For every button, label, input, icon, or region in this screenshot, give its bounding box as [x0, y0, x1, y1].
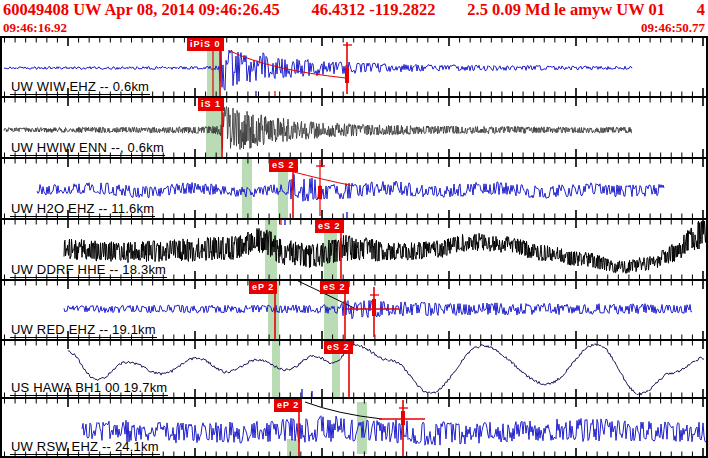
event-id-datetime: 60049408 UW Apr 08, 2014 09:46:26.45 — [3, 0, 280, 20]
phase-pick-label[interactable]: eS 2 — [315, 220, 344, 233]
event-trace-count: 4 — [697, 0, 705, 20]
trace-panel-red-ehz: eP 2eS 2UW RED EHZ -- 19.1km — [2, 281, 706, 339]
phase-pick-label[interactable]: eS 2 — [320, 281, 349, 294]
station-label-h2o-ehz: UW H2O EHZ -- 11.6km — [10, 202, 155, 217]
station-label-hwiw-enn: UW HWIW ENN --, 0.6km — [10, 141, 165, 156]
phase-pick-label[interactable]: iS 1 — [198, 98, 224, 111]
window-end-time: 09:46:50.77 — [641, 20, 705, 35]
window-start-time: 09:46:16.92 — [3, 20, 67, 35]
trace-panel-hwiw-enn: iS 1UW HWIW ENN --, 0.6km — [2, 98, 706, 157]
phase-pick-label[interactable]: eP 2 — [249, 281, 277, 294]
station-label-ddrf-hhe: UW DDRF HHE -- 18.3km — [10, 263, 167, 278]
station-label-rsw-ehz: UW RSW EHZ -- 24.1km — [10, 440, 160, 455]
station-label-wiw-ehz: UW WIW EHZ -- 0.6km — [10, 80, 150, 95]
trace-panel-hawa-bh1: eS 2US HAWA BH1 00 19.7km — [2, 341, 706, 397]
event-title-row: 60049408 UW Apr 08, 2014 09:46:26.45 46.… — [0, 0, 708, 20]
phase-pick-label[interactable]: eS 2 — [269, 159, 298, 172]
event-header: 60049408 UW Apr 08, 2014 09:46:26.45 46.… — [0, 0, 708, 36]
event-location: 46.4312 -119.2822 — [311, 0, 435, 20]
phase-pick-label[interactable]: eS 2 — [324, 341, 353, 354]
trace-panel-h2o-ehz: eS 2UW H2O EHZ -- 11.6km — [2, 159, 706, 218]
station-label-hawa-bh1: US HAWA BH1 00 19.7km — [10, 381, 168, 396]
phase-pick-label[interactable]: eP 2 — [274, 399, 302, 412]
station-label-red-ehz: UW RED EHZ -- 19.1km — [10, 323, 157, 338]
waveform-panels: iPiS 0UW WIW EHZ -- 0.6kmiS 1UW HWIW ENN… — [0, 36, 708, 458]
trace-panel-ddrf-hhe: eS 2UW DDRF HHE -- 18.3km — [2, 220, 706, 279]
seismogram-viewer: 60049408 UW Apr 08, 2014 09:46:26.45 46.… — [0, 0, 708, 458]
time-window-row: 09:46:16.92 09:46:50.77 — [0, 20, 708, 35]
trace-panel-wiw-ehz: iPiS 0UW WIW EHZ -- 0.6km — [2, 38, 706, 96]
trace-panel-rsw-ehz: eP 2UW RSW EHZ -- 24.1km — [2, 399, 706, 456]
event-magnitude-info: 2.5 0.09 Md le amyw UW 01 — [467, 0, 665, 20]
phase-pick-label[interactable]: iPiS 0 — [187, 38, 224, 51]
